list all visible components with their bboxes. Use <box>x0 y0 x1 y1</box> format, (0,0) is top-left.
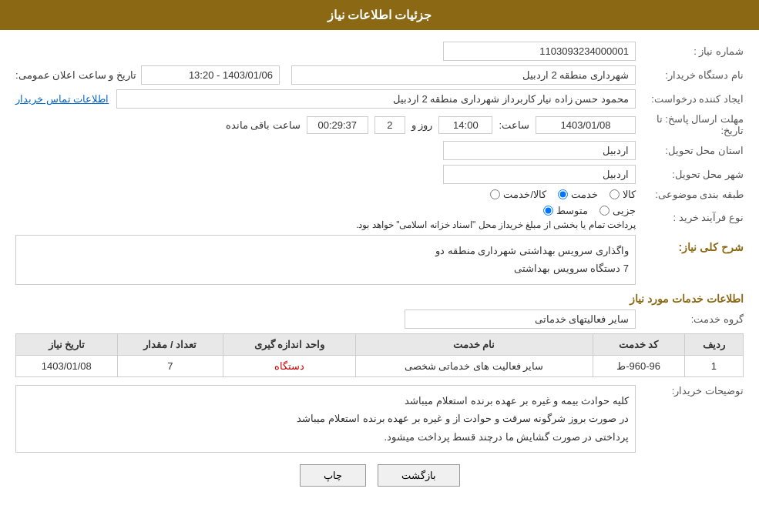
cell-rownum: 1 <box>684 355 743 376</box>
cell-code: 960-96-ط <box>593 355 684 376</box>
creator-row: ایجاد کننده درخواست: محمود حسن زاده نیار… <box>15 89 744 109</box>
service-info-section: اطلاعات خدمات مورد نیاز <box>15 293 744 305</box>
province-value-wrapper: اردبیل <box>15 141 636 160</box>
creator-value: محمود حسن زاده نیار کاربرداز شهرداری منط… <box>116 89 636 109</box>
purchase-type-medium[interactable]: متوسط <box>543 205 588 216</box>
service-group-value: سایر فعالیتهای خدماتی <box>405 309 636 329</box>
purchase-partial-label: جزیی <box>613 205 636 216</box>
category-option-service[interactable]: خدمت <box>558 189 598 200</box>
service-group-label: گروه خدمت: <box>636 313 744 325</box>
category-value-wrapper: کالا خدمت کالا/خدمت <box>15 189 636 200</box>
purchase-type-radio-group: جزیی متوسط <box>15 205 636 216</box>
purchase-medium-label: متوسط <box>556 205 588 216</box>
deadline-days: 2 <box>374 116 405 134</box>
buyer-notes-section: توضیحات خریدار: کلیه حوادث بیمه و غیره ب… <box>15 385 744 453</box>
back-button[interactable]: بازگشت <box>378 464 460 487</box>
need-number-row: شماره نیاز : 1103093234000001 <box>15 42 744 61</box>
creator-link[interactable]: اطلاعات تماس خریدار <box>15 93 109 105</box>
page-container: جزئیات اطلاعات نیاز شماره نیاز : 1103093… <box>0 0 759 532</box>
category-kala-radio[interactable] <box>610 189 620 199</box>
city-row: شهر محل تحویل: اردبیل <box>15 165 744 184</box>
col-date: تاریخ نیاز <box>16 333 118 355</box>
services-table: ردیف کد خدمت نام خدمت واحد اندازه گیری ت… <box>15 333 744 377</box>
creator-label: ایجاد کننده درخواست: <box>636 93 744 105</box>
purchase-type-note: پرداخت تمام یا بخشی از مبلغ خریداز محل "… <box>15 219 636 230</box>
announce-datetime-label: تاریخ و ساعت اعلان عمومی: <box>15 69 136 81</box>
province-value: اردبیل <box>443 141 636 160</box>
purchase-type-partial[interactable]: جزیی <box>599 205 636 216</box>
buyer-notes-wrapper: کلیه حوادث بیمه و غیره بر عهده برنده است… <box>15 385 636 453</box>
buyer-org-value-wrapper: شهرداری منطقه 2 اردبیل 1403/01/06 - 13:2… <box>15 65 636 85</box>
city-value-wrapper: اردبیل <box>15 165 636 184</box>
category-service-label: خدمت <box>571 189 598 200</box>
category-option-kala[interactable]: کالا <box>610 189 636 200</box>
buyer-org-value: شهرداری منطقه 2 اردبیل <box>291 65 636 85</box>
need-number-value-wrapper: 1103093234000001 <box>15 42 636 61</box>
need-description-content: واگذاری سرویس بهداشتی شهرداری منطقه دو 7… <box>15 235 636 285</box>
buyer-notes-content: کلیه حوادث بیمه و غیره بر عهده برنده است… <box>15 385 636 453</box>
service-group-row: گروه خدمت: سایر فعالیتهای خدماتی <box>15 309 744 329</box>
category-option-both[interactable]: کالا/خدمت <box>490 189 546 200</box>
purchase-partial-radio[interactable] <box>599 206 610 216</box>
deadline-label: مهلت ارسال پاسخ: تا تاریخ: <box>636 113 744 136</box>
col-quantity: تعداد / مقدار <box>117 333 223 355</box>
page-title: جزئیات اطلاعات نیاز <box>327 8 432 22</box>
col-rownum: ردیف <box>684 333 743 355</box>
city-value: اردبیل <box>443 165 636 184</box>
need-description-section: شرح کلی نیاز: واگذاری سرویس بهداشتی شهرد… <box>15 235 744 285</box>
creator-value-wrapper: محمود حسن زاده نیار کاربرداز شهرداری منط… <box>15 89 636 109</box>
deadline-value-wrapper: 1403/01/08 ساعت: 14:00 روز و 2 00:29:37 … <box>15 116 636 134</box>
deadline-time-label: ساعت: <box>499 119 529 131</box>
buyer-org-row: نام دستگاه خریدار: شهرداری منطقه 2 اردبی… <box>15 65 744 85</box>
cell-quantity: 7 <box>117 355 223 376</box>
deadline-days-label: روز و <box>411 119 433 131</box>
announce-datetime-value: 1403/01/06 - 13:20 <box>141 65 280 85</box>
need-description-title: شرح کلی نیاز: <box>636 235 744 285</box>
category-service-radio[interactable] <box>558 189 568 199</box>
cell-date: 1403/01/08 <box>16 355 118 376</box>
purchase-type-label: نوع فرآیند خرید : <box>636 212 744 223</box>
col-code: کد خدمت <box>593 333 684 355</box>
buyer-notes-label: توضیحات خریدار: <box>636 385 744 453</box>
need-description-wrapper: واگذاری سرویس بهداشتی شهرداری منطقه دو 7… <box>15 235 636 285</box>
category-label: طبقه بندی موضوعی: <box>636 189 744 200</box>
province-label: استان محل تحویل: <box>636 145 744 156</box>
category-both-radio[interactable] <box>490 189 500 199</box>
city-label: شهر محل تحویل: <box>636 169 744 180</box>
service-group-value-wrapper: سایر فعالیتهای خدماتی <box>15 309 636 329</box>
buyer-org-label: نام دستگاه خریدار: <box>636 69 744 81</box>
deadline-inline: 1403/01/08 ساعت: 14:00 روز و 2 00:29:37 … <box>15 116 636 134</box>
print-button[interactable]: چاپ <box>300 464 366 487</box>
purchase-medium-radio[interactable] <box>543 206 553 216</box>
need-number-value: 1103093234000001 <box>443 42 636 61</box>
page-header: جزئیات اطلاعات نیاز <box>0 0 759 30</box>
col-unit: واحد اندازه گیری <box>223 333 355 355</box>
category-both-label: کالا/خدمت <box>503 189 546 200</box>
province-row: استان محل تحویل: اردبیل <box>15 141 744 160</box>
table-header-row: ردیف کد خدمت نام خدمت واحد اندازه گیری ت… <box>16 333 744 355</box>
cell-unit: دستگاه <box>223 355 355 376</box>
deadline-remaining-label: ساعت باقی مانده <box>226 119 301 131</box>
need-number-label: شماره نیاز : <box>636 45 744 57</box>
category-kala-label: کالا <box>623 189 636 200</box>
deadline-row: مهلت ارسال پاسخ: تا تاریخ: 1403/01/08 سا… <box>15 113 744 136</box>
cell-name: سایر فعالیت های خدماتی شخصی <box>355 355 593 376</box>
deadline-remaining: 00:29:37 <box>307 116 368 134</box>
content-area: شماره نیاز : 1103093234000001 نام دستگاه… <box>0 30 759 506</box>
service-info-title: اطلاعات خدمات مورد نیاز <box>630 286 744 308</box>
purchase-type-value-wrapper: جزیی متوسط پرداخت تمام یا بخشی از مبلغ خ… <box>15 205 636 230</box>
col-name: نام خدمت <box>355 333 593 355</box>
category-row: طبقه بندی موضوعی: کالا خدمت کالا/خدمت <box>15 189 744 200</box>
deadline-date: 1403/01/08 <box>536 116 636 134</box>
purchase-type-row: نوع فرآیند خرید : جزیی متوسط پرداخت تمام… <box>15 205 744 230</box>
action-buttons: بازگشت چاپ <box>15 464 744 487</box>
deadline-time: 14:00 <box>438 116 492 134</box>
table-row: 1 960-96-ط سایر فعالیت های خدماتی شخصی د… <box>16 355 744 376</box>
category-radio-group: کالا خدمت کالا/خدمت <box>15 189 636 200</box>
